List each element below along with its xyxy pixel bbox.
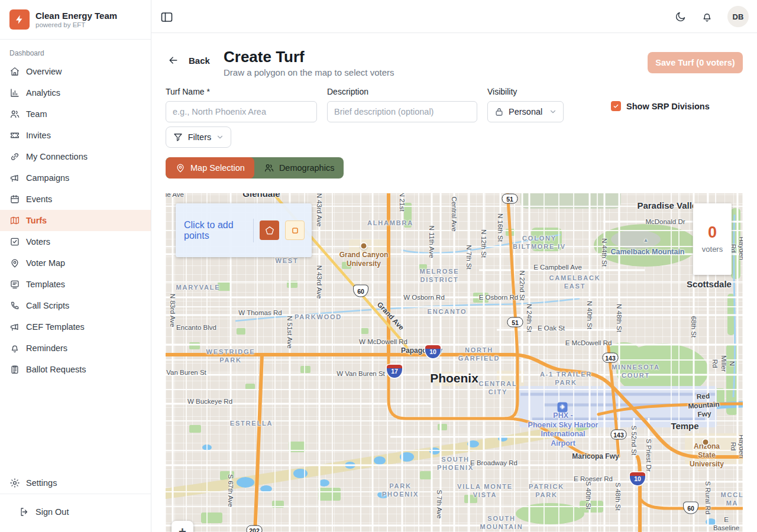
tab-demographics[interactable]: Demographics	[254, 157, 344, 179]
pin-icon	[9, 258, 20, 268]
arrow-left-icon	[167, 54, 179, 66]
page-title: Create Turf	[224, 48, 305, 66]
link-icon	[9, 151, 20, 162]
brand-subtitle: powered by EFT	[35, 21, 117, 28]
view-tabs: Map SelectionDemographics	[166, 157, 344, 179]
brand-logo	[9, 9, 30, 30]
sidebar-item-my-connections[interactable]: My Connections	[0, 146, 151, 167]
sidebar-item-label: Call Scripts	[26, 301, 69, 310]
tab-label: Map Selection	[190, 163, 245, 173]
voters-count-card: 0 voters	[693, 203, 732, 275]
rectangle-icon	[290, 225, 300, 236]
sidebar-item-label: Templates	[26, 280, 65, 289]
description-label: Description	[327, 87, 477, 96]
sidebar-section-label: Dashboard	[0, 40, 151, 61]
sidebar: Clean Energy Team powered by EFT Dashboa…	[0, 0, 151, 532]
sidebar-item-cef-templates[interactable]: CEF Templates	[0, 316, 151, 338]
chevron-down-icon	[216, 133, 224, 141]
phone-icon	[9, 300, 20, 311]
sidebar-item-signout[interactable]: Sign Out	[0, 500, 151, 524]
filters-button[interactable]: Filters	[166, 126, 231, 148]
sidebar-item-label: Invites	[26, 131, 51, 140]
sidebar-item-label: Campaigns	[26, 173, 69, 183]
sidebar-item-call-scripts[interactable]: Call Scripts	[0, 295, 151, 316]
user-avatar[interactable]: DB	[727, 6, 749, 27]
draw-polygon-button[interactable]	[260, 220, 279, 240]
tab-map-selection[interactable]: Map Selection	[166, 157, 254, 179]
pin-icon	[175, 163, 186, 173]
save-turf-button[interactable]: Save Turf (0 voters)	[648, 52, 743, 73]
sidebar-toggle-icon[interactable]	[160, 10, 174, 24]
clipboard-icon	[9, 364, 20, 375]
template-icon	[9, 279, 20, 290]
srp-divisions-label: Show SRP Divisions	[626, 102, 710, 111]
tab-label: Demographics	[279, 163, 335, 173]
megaphone-icon	[9, 322, 20, 332]
map-canvas[interactable]: GlendaleParadise ValleyScottsdalePhoenix…	[166, 193, 743, 532]
srp-divisions-checkbox[interactable]: Show SRP Divisions	[611, 101, 710, 111]
topbar: DB	[151, 0, 757, 33]
sidebar-item-label: Team	[26, 109, 47, 119]
sidebar-item-campaigns[interactable]: Campaigns	[0, 167, 151, 189]
sidebar-item-invites[interactable]: Invites	[0, 125, 151, 146]
filters-label: Filters	[188, 132, 211, 142]
chevron-down-icon	[549, 108, 557, 116]
sidebar-item-settings[interactable]: Settings	[0, 472, 151, 494]
lock-icon	[494, 106, 504, 117]
draw-tooltip-text: Click to add points	[184, 220, 247, 241]
gear-icon	[9, 478, 20, 488]
draw-rectangle-button[interactable]	[285, 220, 305, 240]
signout-icon	[19, 507, 30, 517]
sidebar-item-label: Reminders	[26, 343, 67, 353]
voters-count: 0	[693, 225, 732, 241]
sidebar-item-voters[interactable]: Voters	[0, 231, 151, 252]
funnel-icon	[173, 132, 183, 142]
tooltip-divider	[253, 219, 254, 242]
sidebar-item-label: Events	[26, 194, 52, 204]
checkbox-check-icon	[611, 101, 621, 111]
sidebar-item-analytics[interactable]: Analytics	[0, 82, 151, 103]
sidebar-item-label: Sign Out	[35, 507, 69, 517]
polygon-icon	[264, 225, 276, 236]
dark-mode-moon-icon[interactable]	[674, 11, 687, 23]
users-icon	[264, 163, 274, 173]
description-input[interactable]	[327, 101, 477, 122]
bell-icon	[9, 343, 20, 353]
sidebar-item-label: Turfs	[26, 216, 47, 225]
draw-tooltip: Click to add points	[176, 203, 312, 257]
sidebar-item-label: CEF Templates	[26, 322, 85, 332]
visibility-label: Visibility	[487, 87, 564, 96]
calendar-icon	[9, 194, 20, 205]
ticket-icon	[9, 130, 20, 141]
sidebar-nav: OverviewAnalyticsTeamInvitesMy Connectio…	[0, 61, 151, 380]
megaphone-icon	[9, 173, 20, 183]
notifications-bell-icon[interactable]	[701, 11, 713, 23]
turf-name-label: Turf Name *	[166, 87, 317, 96]
sidebar-item-events[interactable]: Events	[0, 189, 151, 210]
back-label: Back	[189, 56, 210, 66]
sidebar-item-label: Voters	[26, 237, 50, 246]
sidebar-item-team[interactable]: Team	[0, 103, 151, 125]
sidebar-item-turfs[interactable]: Turfs	[0, 210, 151, 231]
sidebar-item-label: Voter Map	[26, 258, 65, 268]
back-button[interactable]: Back	[167, 54, 210, 66]
sidebar-item-reminders[interactable]: Reminders	[0, 338, 151, 359]
sidebar-item-voter-map[interactable]: Voter Map	[0, 252, 151, 274]
sidebar-item-templates[interactable]: Templates	[0, 274, 151, 295]
sidebar-item-label: Analytics	[26, 88, 60, 98]
home-icon	[9, 66, 20, 77]
map-icon	[9, 215, 20, 226]
users-icon	[9, 109, 20, 119]
brand-name: Clean Energy Team	[35, 11, 117, 21]
turf-name-input[interactable]	[166, 101, 317, 122]
visibility-value: Personal	[509, 107, 545, 116]
sidebar-spacer	[0, 380, 151, 472]
voters-count-label: voters	[693, 245, 732, 254]
sidebar-item-overview[interactable]: Overview	[0, 61, 151, 82]
chart-icon	[9, 87, 20, 98]
sidebar-item-label: Ballot Requests	[26, 365, 86, 374]
visibility-select[interactable]: Personal	[487, 101, 564, 122]
map-zoom-in-button[interactable]: +	[172, 521, 193, 532]
sidebar-item-ballot-requests[interactable]: Ballot Requests	[0, 359, 151, 380]
ballot-icon	[9, 236, 20, 247]
